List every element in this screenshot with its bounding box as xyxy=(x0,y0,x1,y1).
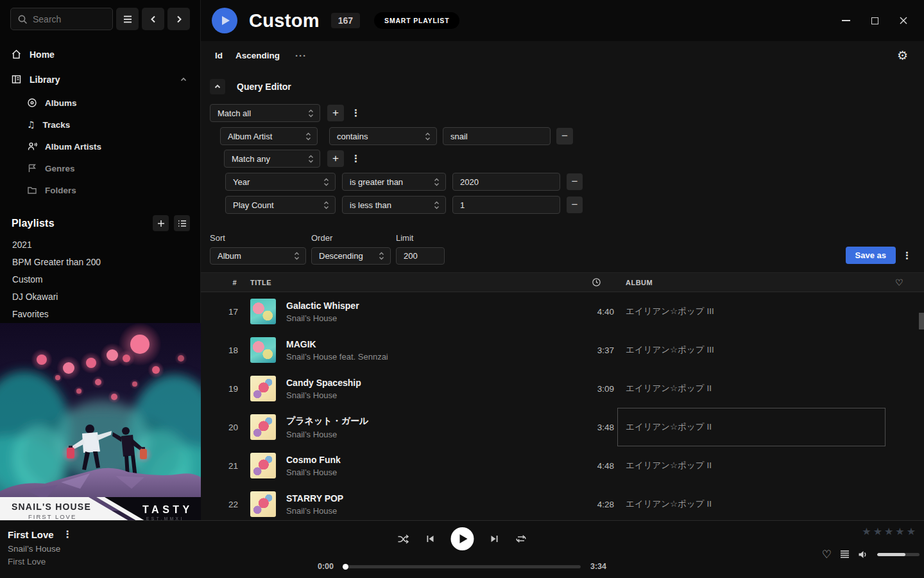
track-title[interactable]: Galactic Whisper xyxy=(286,301,359,311)
table-row[interactable]: 20 プラネット・ガール Snail’s House 3:48 エイリアン☆ポッ… xyxy=(201,408,924,446)
repeat-button[interactable] xyxy=(515,534,527,544)
search-input[interactable] xyxy=(10,8,113,30)
add-rule-button[interactable]: + xyxy=(327,105,344,121)
column-header-index[interactable]: # xyxy=(201,279,241,286)
sidebar-item-home[interactable]: Home xyxy=(0,42,200,67)
rule-field-select[interactable]: Play Count xyxy=(225,196,336,214)
column-header-duration[interactable] xyxy=(571,277,626,287)
rule-value-input[interactable]: snail xyxy=(443,127,551,145)
seek-bar[interactable] xyxy=(343,565,581,568)
table-row[interactable]: 21 Cosmo Funk Snail’s House 4:48 エイリアン☆ポ… xyxy=(201,446,924,485)
track-artist[interactable]: Snail’s House feat. Sennzai xyxy=(286,352,388,362)
sort-field-button[interactable]: Id xyxy=(215,51,223,60)
sidebar-item-album-artists[interactable]: Album Artists xyxy=(0,136,200,157)
sidebar-item-genres[interactable]: Genres xyxy=(0,157,200,179)
sort-order-button[interactable]: Ascending xyxy=(235,51,280,60)
play-playlist-button[interactable] xyxy=(212,8,237,33)
match-any-select[interactable]: Match any xyxy=(224,150,320,168)
playlist-list-button[interactable] xyxy=(174,215,190,231)
chevron-up-icon[interactable] xyxy=(180,76,187,83)
favorite-button[interactable]: ♡ xyxy=(822,548,832,561)
now-playing-title[interactable]: First Love xyxy=(8,529,54,540)
gear-icon[interactable]: ⚙ xyxy=(897,49,908,62)
shuffle-button[interactable] xyxy=(397,534,410,545)
sidebar-item-library[interactable]: Library xyxy=(0,67,200,92)
now-playing-menu-button[interactable]: ⋮ xyxy=(63,529,72,540)
close-button[interactable] xyxy=(898,15,909,26)
star-icon[interactable]: ★ xyxy=(862,525,871,538)
track-artist[interactable]: Snail’s House xyxy=(286,390,361,400)
track-album[interactable]: エイリアン☆ポップ II xyxy=(626,460,889,471)
rule-value-input[interactable]: 1 xyxy=(452,196,560,214)
table-row[interactable]: 19 Candy Spaceship Snail’s House 3:09 エイ… xyxy=(201,369,924,408)
playlist-item[interactable]: Custom xyxy=(0,271,200,288)
save-menu-button[interactable]: ⋮ xyxy=(902,250,911,261)
track-title[interactable]: MAGIK xyxy=(286,339,388,349)
rule-operator-select[interactable]: is greater than xyxy=(342,173,446,191)
collapse-query-editor-button[interactable] xyxy=(210,79,225,94)
seek-handle[interactable] xyxy=(343,564,348,570)
search-field[interactable] xyxy=(33,14,106,24)
track-artist[interactable]: Snail’s House xyxy=(286,468,341,477)
rule-field-select[interactable]: Album Artist xyxy=(220,127,318,145)
star-icon[interactable]: ★ xyxy=(884,525,893,538)
track-album[interactable]: エイリアン☆ポップ II xyxy=(626,383,889,394)
track-title[interactable]: Candy Spaceship xyxy=(286,378,361,388)
star-icon[interactable]: ★ xyxy=(907,525,916,538)
sidebar-item-folders[interactable]: Folders xyxy=(0,179,200,201)
maximize-button[interactable] xyxy=(869,15,880,26)
now-playing-album[interactable]: First Love xyxy=(8,557,72,566)
rule-operator-select[interactable]: is less than xyxy=(342,196,446,214)
volume-slider[interactable] xyxy=(877,553,920,556)
remove-rule-button[interactable]: − xyxy=(567,173,583,190)
playlist-item[interactable]: Favorites xyxy=(0,306,200,323)
track-title[interactable]: Cosmo Funk xyxy=(286,455,341,465)
order-select[interactable]: Descending xyxy=(311,247,391,265)
sidebar-item-albums[interactable]: Albums xyxy=(0,92,200,114)
limit-input[interactable]: 200 xyxy=(396,247,445,265)
rule-value-input[interactable]: 2020 xyxy=(452,173,560,191)
now-playing-art[interactable]: SNAIL'S HOUSE FIRST LOVE TASTY EST.MMXI xyxy=(0,323,201,520)
star-icon[interactable]: ★ xyxy=(895,525,904,538)
add-group-rule-button[interactable]: + xyxy=(327,150,344,167)
nav-forward-button[interactable] xyxy=(167,8,190,30)
track-artist[interactable]: Snail’s House xyxy=(286,430,368,439)
more-options-button[interactable]: ··· xyxy=(295,50,307,61)
track-album[interactable]: エイリアン☆ポップ III xyxy=(626,344,889,356)
track-title[interactable]: STARRY POP xyxy=(286,493,343,504)
queue-button[interactable] xyxy=(840,550,850,559)
column-header-title[interactable]: TITLE xyxy=(241,279,571,286)
rule-menu-button[interactable]: ⋮ xyxy=(351,107,360,119)
sidebar-item-tracks[interactable]: ♫ Tracks xyxy=(0,114,200,136)
track-artist[interactable]: Snail’s House xyxy=(286,313,359,323)
table-row[interactable]: 22 STARRY POP Snail’s House 4:28 エイリアン☆ポ… xyxy=(201,485,924,520)
table-row[interactable]: 18 MAGIK Snail’s House feat. Sennzai 3:3… xyxy=(201,331,924,369)
playlist-item[interactable]: DJ Okawari xyxy=(0,288,200,306)
table-row[interactable]: 17 Galactic Whisper Snail’s House 4:40 エ… xyxy=(201,292,924,331)
save-as-button[interactable]: Save as xyxy=(846,247,896,264)
now-playing-artist[interactable]: Snail’s House xyxy=(8,544,72,554)
minimize-button[interactable] xyxy=(841,15,851,26)
track-artist[interactable]: Snail’s House xyxy=(286,506,343,516)
track-album[interactable]: エイリアン☆ポップ III xyxy=(626,306,889,317)
rule-operator-select[interactable]: contains xyxy=(329,127,437,145)
next-button[interactable] xyxy=(490,534,500,544)
remove-rule-button[interactable]: − xyxy=(567,197,583,213)
group-menu-button[interactable]: ⋮ xyxy=(351,153,360,164)
track-album[interactable]: エイリアン☆ポップ II xyxy=(626,498,889,510)
track-title[interactable]: プラネット・ガール xyxy=(286,416,368,427)
volume-button[interactable] xyxy=(858,550,869,559)
remove-rule-button[interactable]: − xyxy=(556,128,573,144)
column-header-favorite[interactable]: ♡ xyxy=(889,277,924,288)
previous-button[interactable] xyxy=(425,534,436,544)
sort-select[interactable]: Album xyxy=(210,247,306,265)
rule-field-select[interactable]: Year xyxy=(225,173,336,191)
column-header-album[interactable]: ALBUM xyxy=(626,279,889,286)
nav-back-button[interactable] xyxy=(142,8,164,30)
playlist-item[interactable]: 2021 xyxy=(0,236,200,254)
play-pause-button[interactable] xyxy=(451,527,474,550)
star-icon[interactable]: ★ xyxy=(873,525,882,538)
rating-stars[interactable]: ★★★★★ xyxy=(862,525,916,538)
add-playlist-button[interactable] xyxy=(153,215,169,231)
menu-button[interactable] xyxy=(116,8,139,30)
